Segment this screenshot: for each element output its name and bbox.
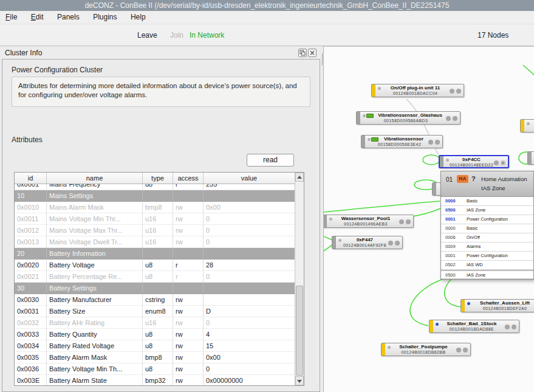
cluster-row-power-configuration[interactable]: 0001Power Configuration [441, 215, 533, 224]
endpoint-device: IAS Zone [481, 185, 505, 191]
cell-type: u16 [143, 213, 173, 225]
cell-access: r [173, 271, 204, 283]
node-endpoint-circles [399, 219, 411, 224]
menu-file[interactable]: File [0, 11, 22, 23]
cell-name: Mains Alarm Mask [47, 202, 143, 213]
cell-type [143, 283, 173, 294]
menu-edit[interactable]: Edit [26, 11, 49, 23]
scrollbar-thumb[interactable] [296, 286, 303, 376]
cluster-id: 0502 [445, 262, 456, 267]
cluster-id: 0500 [445, 272, 456, 278]
node-schalter-poolpumpe[interactable]: Schalter_Poolpumpe00124B0018DB82BB [381, 343, 471, 356]
cluster-row-on-off[interactable]: 0006On/Off [441, 233, 533, 242]
table-row[interactable]: 0x0035Battery Alarm Maskbmp8rw0x00 [15, 352, 295, 363]
node-wassersensor-pool1[interactable]: Wassersensor_Pool100124B001496AEB3 [323, 215, 414, 228]
node-status-bar [440, 156, 443, 167]
dock-float-icon[interactable] [298, 49, 307, 57]
cell-value: 0x00 [204, 352, 295, 363]
scroll-up-icon[interactable] [295, 173, 304, 182]
join-button[interactable]: Join [170, 31, 183, 40]
dock-close-icon[interactable] [308, 49, 317, 57]
node-address: 00124B0018DB82BB [391, 350, 456, 354]
leave-button[interactable]: Leave [137, 31, 157, 40]
cell-value: 28 [204, 260, 295, 271]
node-partial[interactable] [527, 151, 534, 165]
endpoint-panel[interactable]: 01 HA ? Home Automation IAS Zone 0000Bas… [440, 171, 534, 280]
table-section-row[interactable]: 20Battery Information [15, 248, 295, 260]
node-on-off-plug-in-unit-11[interactable]: On/Off plug-in unit 1100124B0018DACC04 [371, 84, 464, 97]
cell-id: 20 [15, 248, 47, 260]
cluster-row-power-configuration[interactable]: 0001Power Configuration [441, 252, 533, 261]
cluster-row-alarms[interactable]: 0009Alarms [441, 242, 533, 252]
node-0xf447[interactable]: 0xF44700124B0014AF92F8 [332, 236, 403, 249]
table-section-row[interactable]: 30Battery Settings [15, 283, 295, 294]
node-partial[interactable]: 0 [520, 119, 534, 132]
column-header-value[interactable]: value [204, 173, 295, 184]
cell-id: 0x0010 [15, 202, 47, 213]
cell-name: Battery Manufacturer [47, 294, 143, 306]
node-partial[interactable] [432, 182, 441, 196]
table-row[interactable]: 0x0013Mains Voltage Dwell Tr...u16rw0 [15, 236, 295, 248]
cluster-name: On/Off [467, 235, 480, 240]
table-row[interactable]: 0x0020Battery Voltageu8r28 [15, 260, 295, 271]
cell-type: u8 [143, 271, 173, 283]
menu-help[interactable]: Help [125, 11, 151, 23]
node-status-bar [528, 152, 532, 164]
table-row[interactable]: 0x0032Battery AHr Ratingu16rw0 [15, 317, 295, 329]
node-schalter-aussen-lift[interactable]: Schalter_Aussen_Lift00124B0018DEF2A0 [460, 299, 534, 312]
table-row[interactable]: 0x0021Battery Percentage Re...u8r0 [15, 271, 295, 283]
cluster-row-ias-zone[interactable]: 0500IAS Zone [441, 206, 533, 215]
node-address: 00124B0014AF92F8 [342, 243, 388, 247]
table-scrollbar[interactable] [295, 173, 304, 385]
menu-panels[interactable]: Panels [52, 11, 85, 23]
node-vibrationssensor[interactable]: Vibrationssensor00158D00056E3E42 [361, 135, 443, 148]
column-header-type[interactable]: type [143, 173, 173, 184]
table-row[interactable]: 0x0030Battery Manufacturercstringrw [15, 294, 295, 306]
node-endpoint-circles [446, 116, 457, 121]
deconz-window: deCONZ - ConBee II (/dev/serial/by-id/us… [0, 0, 534, 392]
node-name: Schalter_Poolpumpe [391, 344, 456, 349]
cluster-name: IAS WD [467, 262, 483, 267]
table-row[interactable]: 0x0012Mains Voltage Max Thr...u16rw0 [15, 225, 295, 236]
endpoint-header[interactable]: 01 HA ? Home Automation IAS Zone [441, 171, 533, 197]
table-row[interactable]: 0x003EBattery Alarm Statebmp32rw0x000000… [15, 375, 295, 385]
table-row[interactable]: 0x0034Battery Rated Voltageu8rw15 [15, 340, 295, 352]
table-section-row[interactable]: 10Mains Settings [15, 190, 295, 202]
cell-value: 15 [204, 340, 295, 352]
node-status-bar [357, 112, 360, 124]
node-indicator-dot [467, 302, 470, 305]
ha-profile-badge: HA [457, 175, 468, 183]
cluster-row-basic[interactable]: 0000Basic [441, 197, 533, 206]
cell-type: u16 [143, 317, 173, 329]
column-header-access[interactable]: access [173, 173, 204, 184]
node-address: 00158D00056E3E42 [371, 142, 428, 146]
cluster-id: 0500 [445, 207, 456, 213]
cell-type: bmp32 [143, 375, 173, 385]
cell-type: u8 [143, 329, 173, 340]
attributes-table: id name type access value 0x0001Mains Fr… [14, 172, 304, 386]
column-header-id[interactable]: id [15, 173, 47, 184]
node-schalter-bad-1stock[interactable]: Schalter_Bad_1Stock00124B0018DAD88E [429, 320, 519, 333]
table-row[interactable]: 0x0001Mains Frequencyu8r255 [15, 184, 295, 190]
network-graph-view[interactable]: On/Off plug-in unit 1100124B0018DACC04Vi… [323, 46, 534, 392]
node-indicator-dot [329, 218, 332, 221]
menu-bar: File Edit Panels Plugins Help [0, 11, 534, 24]
window-title: deCONZ - ConBee II (/dev/serial/by-id/us… [85, 1, 450, 10]
table-row[interactable]: 0x0036Battery Voltage Min Th...u8rw0 [15, 363, 295, 375]
cell-type: u8 [143, 340, 173, 352]
cluster-row-ias-wd[interactable]: 0502IAS WD [441, 261, 533, 270]
scroll-down-icon[interactable] [295, 376, 304, 385]
window-titlebar: deCONZ - ConBee II (/dev/serial/by-id/us… [0, 0, 534, 11]
table-row[interactable]: 0x0033Battery Quantityu8rw4 [15, 329, 295, 340]
cluster-row-ias-zone[interactable]: 0500IAS Zone [441, 270, 533, 279]
cluster-row-basic[interactable]: 0000Basic [441, 224, 533, 233]
table-row[interactable]: 0x0010Mains Alarm Maskbmp8rw0x00 [15, 202, 295, 213]
read-button[interactable]: read [247, 154, 294, 167]
table-row[interactable]: 0x0011Mains Voltage Min Thr...u16rw0 [15, 213, 295, 225]
column-header-name[interactable]: name [47, 173, 143, 184]
node-0xf4cc[interactable]: 0xF4CC00124B00148EED22 [439, 155, 509, 168]
menu-plugins[interactable]: Plugins [87, 11, 122, 23]
cluster-id: 0009 [445, 244, 456, 249]
table-row[interactable]: 0x0031Battery Sizeenum8rwD [15, 306, 295, 317]
node-vibrationssensor-glashaus[interactable]: Vibrationssensor_Glashaus00158D009586ABD… [356, 111, 460, 125]
